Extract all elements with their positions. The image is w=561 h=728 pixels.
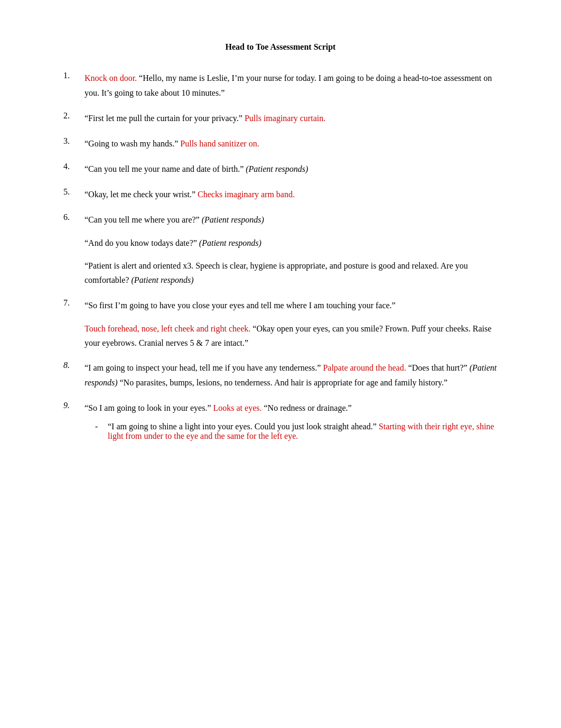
item-text-9: “So I am going to look in your eyes.” Lo…: [85, 403, 352, 412]
list-item-5: “Okay, let me check your wrist.” Checks …: [63, 187, 498, 202]
assessment-list: Knock on door. “Hello, my name is Leslie…: [63, 71, 498, 441]
item-text-8: “I am going to inspect your head, tell m…: [85, 363, 497, 387]
list-item-8: “I am going to inspect your head, tell m…: [63, 361, 498, 390]
page-title: Head to Toe Assessment Script: [63, 42, 498, 52]
item-text-6: “Can you tell me where you are?” (Patien…: [85, 215, 264, 224]
sub-paragraph-7-0: Touch forehead, nose, left cheek and rig…: [85, 321, 498, 350]
item-text-4: “Can you tell me your name and date of b…: [85, 164, 308, 173]
list-item-9: “So I am going to look in your eyes.” Lo…: [63, 401, 498, 441]
item-text-1: Knock on door. “Hello, my name is Leslie…: [85, 73, 492, 97]
item-text-2: “First let me pull the curtain for your …: [85, 114, 325, 123]
title-text: Head to Toe Assessment Script: [226, 42, 336, 51]
sub-list-9: “I am going to shine a light into your e…: [85, 422, 498, 441]
sub-paragraph-6-1: “Patient is alert and oriented x3. Speec…: [85, 259, 498, 287]
list-item-6: “Can you tell me where you are?” (Patien…: [63, 213, 498, 288]
item-text-3: “Going to wash my hands.” Pulls hand san…: [85, 139, 259, 148]
item-text-5: “Okay, let me check your wrist.” Checks …: [85, 190, 295, 199]
sub-paragraph-6-0: “And do you know todays date?” (Patient …: [85, 236, 498, 250]
list-item-7: “So first I’m going to have you close yo…: [63, 298, 498, 350]
main-content: Knock on door. “Hello, my name is Leslie…: [63, 71, 498, 441]
item-text-7: “So first I’m going to have you close yo…: [85, 301, 396, 310]
list-item-4: “Can you tell me your name and date of b…: [63, 162, 498, 177]
list-item-3: “Going to wash my hands.” Pulls hand san…: [63, 136, 498, 151]
sub-list-item: “I am going to shine a light into your e…: [95, 422, 498, 441]
list-item-1: Knock on door. “Hello, my name is Leslie…: [63, 71, 498, 100]
list-item-2: “First let me pull the curtain for your …: [63, 111, 498, 126]
